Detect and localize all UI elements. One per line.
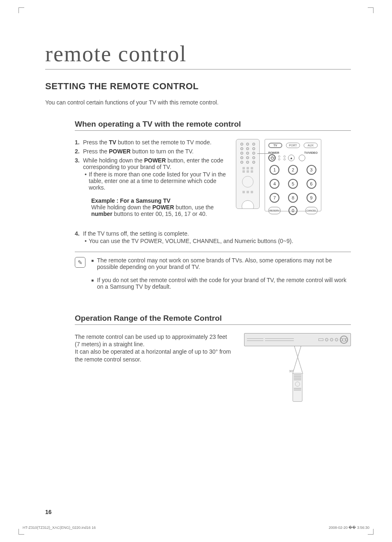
disc-icon (340, 336, 348, 344)
note-item: ■ The remote control may not work on som… (91, 257, 351, 270)
reserv-button: RESERV (268, 207, 281, 214)
num-0: 0 (288, 206, 297, 215)
step-text: Press the (83, 139, 109, 146)
footer-filename: HT-Z310(TZ312)_XAC(ENG)_0220.ind16 16 (23, 526, 96, 530)
num-6: 6 (307, 179, 316, 189)
mode-port-pill: PORT (286, 143, 300, 148)
bullet-text: If there is more than one code listed fo… (89, 171, 231, 191)
tvvideo-icon (299, 155, 305, 161)
step-num: 2. (75, 148, 83, 155)
num-4: 4 (270, 179, 279, 189)
num-2: 2 (288, 165, 298, 175)
eject-icon: ▲ (288, 155, 295, 161)
num-9: 9 (307, 193, 316, 203)
step-text: button to turn on the TV. (131, 148, 194, 155)
num-1: 1 (270, 165, 279, 175)
tvvideo-label: TV/VIDEO (304, 151, 318, 154)
example-label: Example : For a Samsung TV (91, 197, 171, 204)
remote-in-beam (293, 373, 302, 402)
page-number: 16 (45, 509, 52, 515)
callout-line (257, 153, 274, 154)
step-4-bullet: • You can use the TV POWER, VOLUME, CHAN… (83, 238, 351, 244)
step-num: 1. (75, 139, 83, 146)
step-text: button to set the remote to TV mode. (116, 139, 212, 146)
example-block: Example : For a Samsung TV While holding… (91, 197, 231, 217)
remote-illustration: TV PORT AUX POWER TV/VIDEO ⏻ ▲ 1 (236, 139, 321, 220)
example-text: button, use the (174, 204, 214, 211)
step-num: 4. (75, 230, 83, 244)
num-5: 5 (288, 179, 298, 189)
step-3: 3. While holding down the POWER button, … (75, 157, 231, 217)
receiver-diagram (244, 333, 351, 346)
section-title: SETTING THE REMOTE CONTROL (45, 81, 351, 92)
num-3: 3 (307, 165, 316, 175)
step-2: 2. Press the POWER button to turn on the… (75, 148, 231, 155)
notes-block: ✎ ■ The remote control may not work on s… (75, 257, 351, 296)
intro-paragraph: You can control certain functions of you… (45, 99, 351, 106)
keypad-zoom: TV PORT AUX POWER TV/VIDEO ⏻ ▲ 1 (265, 139, 321, 211)
note-text: If you do not set the remote control wit… (97, 277, 351, 290)
bullet-text: You can use the TV POWER, VOLUME, CHANNE… (89, 238, 293, 244)
example-bold: number (91, 211, 112, 217)
step-1: 1. Press the TV button to set the remote… (75, 139, 231, 146)
cancel-button: CANCEL (305, 207, 318, 214)
step-bold: POWER (109, 148, 131, 155)
mode-aux-pill: AUX (304, 143, 318, 148)
angle-label: 30° (289, 369, 294, 373)
subsection-operating-tv: When operating a TV with the remote cont… (75, 120, 351, 131)
note-icon: ✎ (75, 257, 85, 268)
step-num: 3. (75, 157, 83, 217)
example-bold: POWER (152, 204, 174, 211)
step-bold: POWER (144, 157, 166, 164)
note-item: ■ If you do not set the remote control w… (91, 277, 351, 290)
footer-timestamp: 2008-02-20 �� 3:56:30 (329, 526, 369, 530)
step-bold: TV (109, 139, 116, 146)
step-3-bullet: • If there is more than one code listed … (83, 171, 231, 191)
step-text: While holding down the (83, 157, 144, 164)
mode-tv-pill: TV (268, 143, 282, 148)
steps-block: 1. Press the TV button to set the remote… (75, 139, 231, 220)
example-text: While holding down the (91, 204, 152, 211)
subsection-operation-range: Operation Range of the Remote Control (75, 314, 351, 325)
separator-line (75, 252, 351, 252)
num-8: 8 (288, 193, 298, 203)
range-illustration: 30° (244, 333, 351, 391)
remote-small-diagram (236, 139, 260, 209)
num-7: 7 (270, 193, 279, 203)
note-text: The remote control may not work on some … (97, 257, 351, 270)
example-text: buttons to enter 00, 15, 16, 17 or 40. (112, 211, 207, 217)
power-icon: ⏻ (268, 154, 276, 162)
range-text: The remote control can be used up to app… (75, 333, 232, 391)
chapter-title: remote control (45, 41, 351, 69)
step-4: 4. If the TV turns off, the setting is c… (75, 230, 351, 244)
step-text: If the TV turns off, the setting is comp… (83, 230, 189, 237)
step-text: Press the (83, 148, 109, 155)
